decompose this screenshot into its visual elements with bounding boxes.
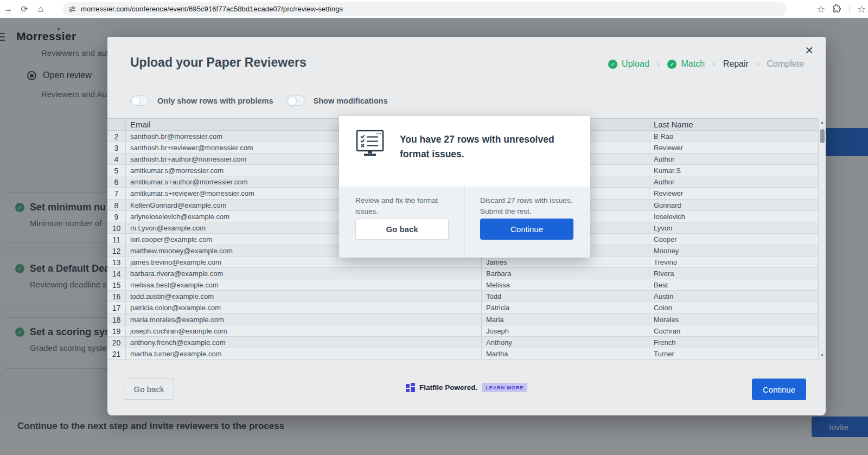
first-name-cell[interactable]: Anthony: [482, 337, 649, 348]
scroll-up-icon[interactable]: ▲: [819, 120, 826, 125]
email-cell[interactable]: martha.turner@example.com: [126, 348, 482, 359]
check-circle-icon: ✓: [608, 60, 617, 69]
first-name-cell[interactable]: Martha: [482, 348, 649, 359]
row-number: 16: [107, 291, 126, 302]
table-row[interactable]: 15 melissa.best@example.com Melissa Best: [107, 279, 818, 291]
table-scrollbar[interactable]: ▲ ▼: [818, 118, 826, 360]
email-cell[interactable]: todd.austin@example.com: [126, 291, 482, 302]
row-number: 12: [107, 245, 126, 256]
modal-title: Upload your Paper Reviewers: [130, 55, 307, 70]
first-name-cell[interactable]: Joseph: [482, 325, 649, 336]
browser-actions: ☆ | ☆: [816, 0, 865, 18]
row-number: 6: [107, 176, 126, 187]
problems-toggle[interactable]: [130, 95, 149, 106]
dialog-continue-button[interactable]: Continue: [480, 219, 573, 240]
home-icon[interactable]: ⌂: [33, 4, 49, 15]
last-name-cell[interactable]: Colon: [649, 302, 818, 313]
fix-option-text: Review and fix the format issues.: [355, 195, 456, 217]
last-name-cell[interactable]: Gonnard: [649, 200, 818, 210]
first-name-cell[interactable]: Melissa: [482, 279, 649, 290]
last-name-cell[interactable]: Best: [649, 279, 818, 290]
first-name-cell[interactable]: Maria: [482, 314, 649, 325]
last-name-cell[interactable]: Ioselevich: [649, 211, 818, 222]
address-bar[interactable]: morressier.com/conference/event/695c916f…: [63, 2, 787, 16]
email-cell[interactable]: james.trevino@example.com: [126, 257, 482, 267]
first-name-cell[interactable]: Patricia: [482, 302, 649, 313]
flatfile-logo-icon: [406, 383, 415, 392]
table-row[interactable]: 18 maria.morales@example.com Maria Moral…: [107, 314, 818, 325]
row-number: 13: [107, 257, 126, 267]
last-name-cell[interactable]: Cochran: [649, 325, 818, 336]
dialog-options: Review and fix the format issues. Go bac…: [339, 187, 590, 258]
step-complete[interactable]: Complete: [767, 59, 804, 69]
step-match[interactable]: ✓ Match: [667, 59, 705, 69]
step-repair[interactable]: Repair: [723, 59, 749, 69]
last-name-column-header[interactable]: Last Name: [649, 119, 818, 130]
row-number-header: [107, 119, 126, 130]
table-row[interactable]: 16 todd.austin@example.com Todd Austin: [107, 291, 818, 302]
first-name-cell[interactable]: Barbara: [482, 268, 649, 279]
first-name-cell[interactable]: Todd: [482, 291, 649, 302]
last-name-cell[interactable]: Morales: [649, 314, 818, 325]
step-label: Repair: [723, 59, 749, 69]
close-icon[interactable]: ✕: [805, 44, 814, 57]
table-row[interactable]: 21 martha.turner@example.com Martha Turn…: [107, 348, 818, 360]
last-name-cell[interactable]: Lyvon: [649, 222, 818, 233]
browser-chrome: → ⟳ ⌂ morressier.com/conference/event/69…: [0, 0, 868, 18]
email-cell[interactable]: barbara.rivera@example.com: [126, 268, 482, 279]
flatfile-brand-text: Flatfile Powered.: [419, 383, 477, 392]
last-name-cell[interactable]: Reviewer: [649, 188, 818, 198]
filter-toggles: Only show rows with problems Show modifi…: [130, 95, 387, 106]
row-number: 10: [107, 222, 126, 233]
row-number: 17: [107, 302, 126, 313]
last-name-cell[interactable]: Author: [649, 176, 818, 187]
row-number: 15: [107, 279, 126, 290]
modal-continue-button[interactable]: Continue: [752, 379, 806, 400]
email-cell[interactable]: anthony.french@example.com: [126, 337, 482, 348]
last-name-cell[interactable]: Reviewer: [649, 142, 818, 153]
bookmark-star-icon[interactable]: ☆: [816, 3, 825, 15]
learn-more-badge[interactable]: LEARN MORE: [482, 383, 527, 392]
last-name-cell[interactable]: Austin: [649, 291, 818, 302]
modifications-toggle[interactable]: [286, 95, 305, 106]
last-name-cell[interactable]: Trevino: [649, 257, 818, 267]
row-number: 7: [107, 188, 126, 198]
table-row[interactable]: 14 barbara.rivera@example.com Barbara Ri…: [107, 268, 818, 279]
email-cell[interactable]: joseph.cochran@example.com: [126, 325, 482, 336]
table-row[interactable]: 13 james.trevino@example.com James Trevi…: [107, 257, 818, 268]
last-name-cell[interactable]: Rivera: [649, 268, 818, 279]
scroll-down-icon[interactable]: ▼: [819, 353, 826, 358]
first-name-cell[interactable]: James: [482, 257, 649, 267]
row-number: 4: [107, 153, 126, 164]
chevron-right-icon: ›: [712, 59, 716, 69]
table-row[interactable]: 19 joseph.cochran@example.com Joseph Coc…: [107, 325, 818, 337]
extensions-icon[interactable]: [832, 4, 842, 14]
step-upload[interactable]: ✓ Upload: [608, 59, 649, 69]
table-row[interactable]: 20 anthony.french@example.com Anthony Fr…: [107, 337, 818, 348]
scrollbar-thumb[interactable]: [820, 129, 825, 143]
last-name-cell[interactable]: Kumar.S: [649, 165, 818, 176]
toolbar-divider: |: [848, 4, 851, 14]
site-settings-icon[interactable]: [68, 5, 76, 13]
email-cell[interactable]: maria.morales@example.com: [126, 314, 482, 325]
row-number: 19: [107, 325, 126, 336]
dialog-go-back-button[interactable]: Go back: [355, 219, 449, 240]
row-number: 18: [107, 314, 126, 325]
discard-option-panel: Discard 27 rows with issues. Submit the …: [464, 187, 590, 258]
row-number: 8: [107, 200, 126, 210]
last-name-cell[interactable]: Cooper: [649, 234, 818, 245]
pinned-extension-icon[interactable]: ☆: [857, 3, 865, 15]
last-name-cell[interactable]: Author: [649, 153, 818, 164]
last-name-cell[interactable]: Turner: [649, 348, 818, 359]
email-cell[interactable]: melissa.best@example.com: [126, 279, 482, 290]
url-text[interactable]: morressier.com/conference/event/695c916f…: [81, 5, 343, 13]
row-number: 11: [107, 234, 126, 245]
table-row[interactable]: 17 patricia.colon@example.com Patricia C…: [107, 302, 818, 313]
email-cell[interactable]: patricia.colon@example.com: [126, 302, 482, 313]
refresh-icon[interactable]: ⟳: [16, 4, 33, 14]
last-name-cell[interactable]: French: [649, 337, 818, 348]
row-number: 2: [107, 131, 126, 142]
forward-icon[interactable]: →: [0, 4, 16, 14]
last-name-cell[interactable]: Mooney: [649, 245, 818, 256]
last-name-cell[interactable]: B Rao: [649, 131, 818, 142]
